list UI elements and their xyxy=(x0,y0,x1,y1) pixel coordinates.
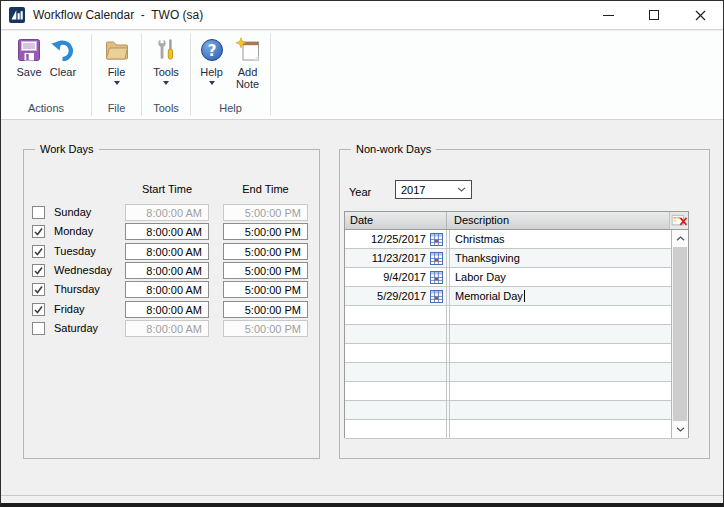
svg-text:?: ? xyxy=(207,42,216,60)
scroll-down-button[interactable] xyxy=(672,421,688,438)
check-icon xyxy=(33,226,44,237)
nonwork-row: 9/4/2017 Labor Day xyxy=(345,268,688,287)
end-time-field[interactable]: 5:00:00 PM xyxy=(223,243,308,260)
delete-row-icon xyxy=(671,214,688,227)
workday-checkbox[interactable] xyxy=(32,225,45,238)
date-value: 5/29/2017 xyxy=(377,290,426,302)
workday-checkbox[interactable] xyxy=(32,206,45,219)
calendar-grid-icon[interactable] xyxy=(430,252,443,265)
description-cell[interactable]: Christmas xyxy=(449,230,671,248)
status-divider xyxy=(1,495,723,496)
end-time-field[interactable]: 5:00:00 PM xyxy=(223,262,308,279)
maximize-icon xyxy=(649,10,659,20)
description-cell[interactable] xyxy=(449,363,671,381)
tools-menu-label: Tools xyxy=(153,66,179,78)
description-cell[interactable]: Labor Day xyxy=(449,268,671,286)
save-button[interactable]: Save xyxy=(12,36,46,79)
description-cell[interactable] xyxy=(449,401,671,419)
calendar-grid-icon[interactable] xyxy=(430,290,443,303)
description-cell[interactable] xyxy=(449,344,671,362)
year-dropdown[interactable]: 2017 xyxy=(395,180,472,199)
date-cell[interactable] xyxy=(345,401,447,419)
nonwork-row-empty xyxy=(345,382,688,401)
workday-label: Saturday xyxy=(54,322,98,334)
scroll-up-button[interactable] xyxy=(672,230,688,247)
description-cell[interactable]: Memorial Day xyxy=(449,287,671,305)
delete-row-button[interactable] xyxy=(669,212,688,229)
nonwork-row-empty xyxy=(345,401,688,420)
undo-arrow-icon xyxy=(50,37,76,63)
workday-checkbox[interactable] xyxy=(32,283,45,296)
check-icon xyxy=(33,246,44,257)
add-note-label: Add Note xyxy=(232,66,264,90)
file-menu-button[interactable]: File xyxy=(100,36,134,86)
start-time-field[interactable]: 8:00:00 AM xyxy=(125,223,209,240)
start-time-field[interactable]: 8:00:00 AM xyxy=(125,243,209,260)
date-cell[interactable] xyxy=(345,382,447,400)
start-time-field[interactable]: 8:00:00 AM xyxy=(125,301,209,318)
date-cell[interactable]: 5/29/2017 xyxy=(345,287,447,305)
minimize-button[interactable] xyxy=(585,1,631,29)
text-caret xyxy=(524,290,525,302)
date-cell[interactable]: 11/23/2017 xyxy=(345,249,447,267)
toolbar-group-file: File File xyxy=(92,31,141,119)
workday-label: Thursday xyxy=(54,283,100,295)
workday-checkbox[interactable] xyxy=(32,322,45,335)
work-days-groupbox: Work Days Start Time End Time Sunday 8:0… xyxy=(23,149,320,459)
description-cell[interactable]: Thanksgiving xyxy=(449,249,671,267)
date-cell[interactable] xyxy=(345,325,447,343)
minimize-icon xyxy=(603,15,614,16)
end-time-field[interactable]: 5:00:00 PM xyxy=(223,223,308,240)
tools-menu-button[interactable]: Tools xyxy=(149,36,183,86)
date-cell[interactable]: 9/4/2017 xyxy=(345,268,447,286)
workday-checkbox[interactable] xyxy=(32,245,45,258)
window-title: Workflow Calendar - TWO (sa) xyxy=(33,8,203,22)
description-cell[interactable] xyxy=(449,325,671,343)
workday-checkbox[interactable] xyxy=(32,264,45,277)
folder-icon xyxy=(104,37,130,63)
add-note-button[interactable]: Add Note xyxy=(229,36,267,91)
scrollbar-thumb[interactable] xyxy=(673,247,687,421)
workday-label: Monday xyxy=(54,225,93,237)
window-controls xyxy=(585,1,723,29)
toolbar: Save Clear Actions xyxy=(1,31,723,120)
end-time-column-header: End Time xyxy=(223,183,308,195)
description-value: Thanksgiving xyxy=(455,252,520,264)
workday-label: Wednesday xyxy=(54,264,112,276)
start-time-field[interactable]: 8:00:00 AM xyxy=(125,262,209,279)
date-cell[interactable] xyxy=(345,306,447,324)
description-column-header: Description xyxy=(447,212,669,229)
end-time-field: 5:00:00 PM xyxy=(223,320,308,337)
maximize-button[interactable] xyxy=(631,1,677,29)
nonwork-row-empty xyxy=(345,363,688,382)
close-button[interactable] xyxy=(677,1,723,29)
date-cell[interactable] xyxy=(345,363,447,381)
help-menu-button[interactable]: ? Help xyxy=(195,36,229,86)
date-value: 9/4/2017 xyxy=(383,271,426,283)
end-time-field[interactable]: 5:00:00 PM xyxy=(223,301,308,318)
start-time-column-header: Start Time xyxy=(125,183,209,195)
calendar-grid-icon[interactable] xyxy=(430,271,443,284)
nonwork-row: 11/23/2017 Thanksgiving xyxy=(345,249,688,268)
workday-row-thursday: Thursday 8:00:00 AM 5:00:00 PM xyxy=(24,281,319,300)
description-cell[interactable] xyxy=(449,420,671,438)
clear-button[interactable]: Clear xyxy=(46,36,80,79)
chevron-up-icon xyxy=(676,236,685,241)
nonwork-row: 5/29/2017 Memorial Day xyxy=(345,287,688,306)
date-cell[interactable] xyxy=(345,420,447,438)
description-cell[interactable] xyxy=(449,306,671,324)
calendar-grid-icon[interactable] xyxy=(430,233,443,246)
date-cell[interactable]: 12/25/2017 xyxy=(345,230,447,248)
vertical-scrollbar[interactable] xyxy=(671,230,688,438)
check-icon xyxy=(33,265,44,276)
date-cell[interactable] xyxy=(345,344,447,362)
chevron-down-icon xyxy=(457,187,466,192)
end-time-field: 5:00:00 PM xyxy=(223,204,308,221)
clear-button-label: Clear xyxy=(50,66,76,78)
workday-row-friday: Friday 8:00:00 AM 5:00:00 PM xyxy=(24,301,319,320)
nonwork-row-empty xyxy=(345,420,688,439)
end-time-field[interactable]: 5:00:00 PM xyxy=(223,281,308,298)
workday-checkbox[interactable] xyxy=(32,303,45,316)
start-time-field[interactable]: 8:00:00 AM xyxy=(125,281,209,298)
description-cell[interactable] xyxy=(449,382,671,400)
